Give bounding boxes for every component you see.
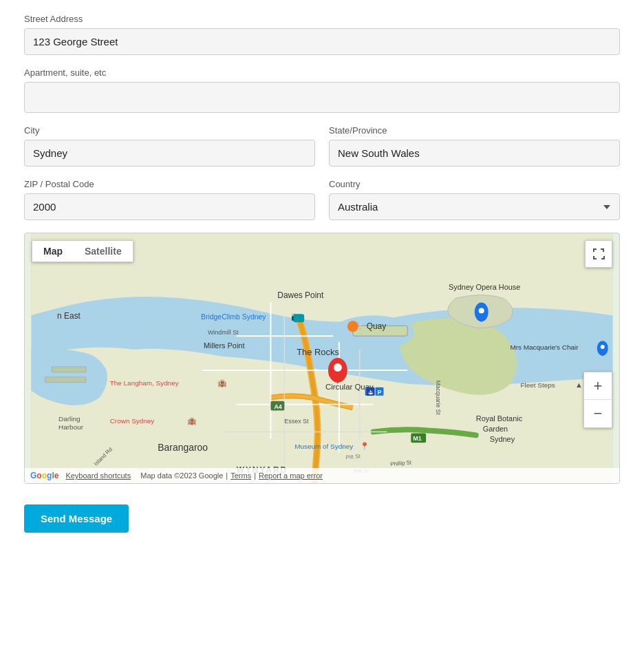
street-address-input[interactable] — [24, 28, 620, 55]
svg-text:The Rocks: The Rocks — [297, 347, 339, 357]
svg-text:Royal Botanic: Royal Botanic — [476, 414, 523, 423]
state-label: State/Province — [329, 125, 620, 136]
map-footer: Google Keyboard shortcuts Map data ©2023… — [25, 468, 619, 483]
zip-group: ZIP / Postal Code — [24, 179, 315, 220]
state-group: State/Province — [329, 125, 620, 167]
map-svg: Dawes Point Sydney Opera House BridgeCli… — [25, 233, 619, 483]
keyboard-shortcuts-link[interactable]: Keyboard shortcuts — [65, 471, 131, 480]
svg-text:Barangaroo: Barangaroo — [158, 442, 208, 453]
country-label: Country — [329, 179, 620, 189]
svg-point-56 — [479, 308, 484, 313]
city-input[interactable] — [24, 140, 315, 167]
map-tabs: Map Satellite — [32, 240, 133, 262]
tab-map[interactable]: Map — [32, 241, 74, 262]
address-form: Street Address Apartment, suite, etc Cit… — [0, 0, 644, 553]
zip-country-row: ZIP / Postal Code Country Australia New … — [24, 179, 620, 220]
map-data-text: Map data ©2023 Google — [140, 471, 223, 480]
svg-point-59 — [601, 345, 605, 349]
svg-text:Macquarie St: Macquarie St — [435, 381, 442, 415]
svg-text:Fleet Steps: Fleet Steps — [520, 381, 555, 389]
svg-text:The Langham, Sydney: The Langham, Sydney — [110, 379, 179, 387]
apartment-label: Apartment, suite, etc — [24, 67, 620, 78]
svg-rect-12 — [45, 377, 86, 383]
street-address-label: Street Address — [24, 14, 620, 24]
svg-text:📍: 📍 — [360, 441, 369, 451]
pipe-separator2: | — [254, 471, 256, 480]
svg-text:n East: n East — [57, 311, 80, 321]
state-input[interactable] — [329, 140, 620, 167]
fullscreen-icon — [592, 248, 605, 260]
svg-text:Museum of Sydney: Museum of Sydney — [294, 443, 353, 450]
map-container: Map Satellite + − — [24, 233, 620, 484]
tab-satellite[interactable]: Satellite — [74, 241, 133, 262]
svg-text:🏨: 🏨 — [217, 378, 227, 387]
svg-text:A4: A4 — [274, 403, 281, 410]
country-select[interactable]: Australia New Zealand United Kingdom Uni… — [329, 193, 620, 220]
country-group: Country Australia New Zealand United Kin… — [329, 179, 620, 220]
street-address-group: Street Address — [24, 14, 620, 55]
report-link[interactable]: Report a map error — [259, 471, 323, 480]
svg-text:⛴: ⛴ — [368, 390, 374, 396]
country-select-wrapper: Australia New Zealand United Kingdom Uni… — [329, 193, 620, 220]
svg-point-62 — [334, 363, 342, 372]
city-state-row: City State/Province — [24, 125, 620, 167]
svg-text:Pitt St: Pitt St — [345, 453, 361, 460]
map-zoom-controls: + − — [583, 372, 612, 428]
zip-input[interactable] — [24, 193, 315, 220]
svg-text:Quay: Quay — [367, 321, 387, 331]
terms-link[interactable]: Terms — [230, 471, 251, 480]
zoom-in-button[interactable]: + — [584, 372, 612, 400]
zoom-out-button[interactable]: − — [584, 400, 612, 427]
svg-text:P: P — [378, 389, 382, 396]
svg-text:Sydney: Sydney — [490, 435, 515, 443]
svg-text:BridgeClimb Sydney: BridgeClimb Sydney — [201, 313, 266, 321]
map-fullscreen-button[interactable] — [585, 240, 612, 268]
svg-text:Windmill St: Windmill St — [208, 329, 239, 336]
svg-text:Harbour: Harbour — [58, 423, 84, 431]
apartment-group: Apartment, suite, etc — [24, 67, 620, 113]
google-logo: Google — [30, 471, 58, 480]
svg-rect-63 — [293, 314, 304, 322]
svg-text:Millers Point: Millers Point — [204, 341, 244, 350]
send-button-container: Send Message — [24, 504, 620, 533]
svg-text:Essex St: Essex St — [284, 418, 309, 425]
city-group: City — [24, 125, 315, 167]
svg-text:Garden: Garden — [483, 425, 508, 433]
zip-label: ZIP / Postal Code — [24, 179, 315, 189]
map-footer-separator — [133, 471, 138, 480]
svg-rect-64 — [347, 321, 358, 332]
svg-text:Mrs Macquarie's Chair: Mrs Macquarie's Chair — [510, 343, 579, 351]
svg-text:🏨: 🏨 — [187, 416, 197, 425]
svg-text:M1: M1 — [413, 435, 421, 442]
svg-text:Sydney Opera House: Sydney Opera House — [449, 283, 520, 291]
svg-rect-11 — [52, 367, 86, 372]
pipe-separator: | — [226, 471, 228, 480]
svg-text:▲: ▲ — [575, 381, 583, 389]
svg-text:Dawes Point: Dawes Point — [277, 290, 324, 300]
city-label: City — [24, 125, 315, 136]
send-message-button[interactable]: Send Message — [24, 504, 129, 533]
apartment-input[interactable] — [24, 82, 620, 113]
svg-text:Crown Sydney: Crown Sydney — [110, 417, 155, 425]
svg-text:Darling: Darling — [58, 415, 80, 423]
